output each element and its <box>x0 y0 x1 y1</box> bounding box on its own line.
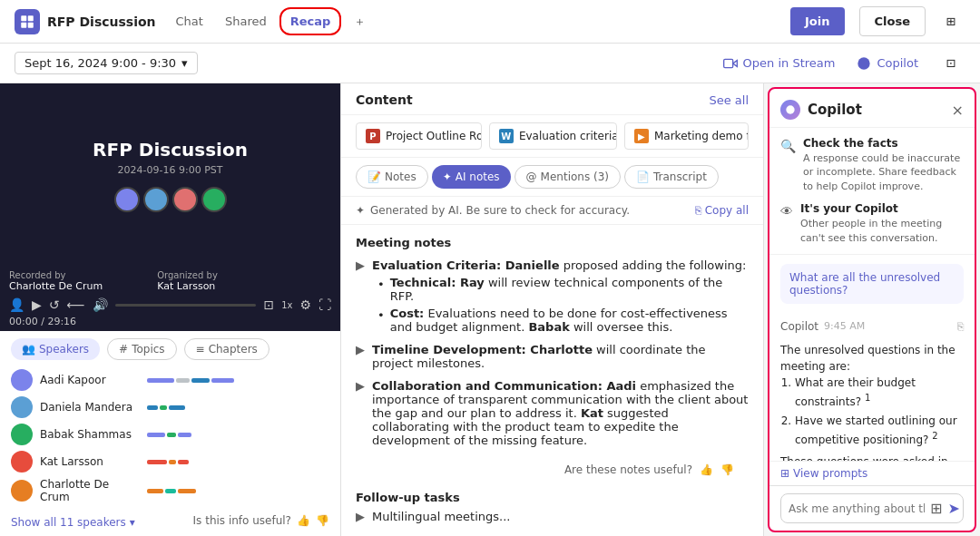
note-text: Collaboration and Communication: Aadi em… <box>372 379 749 447</box>
bullet-icon: • <box>377 308 385 322</box>
speed-icon[interactable]: 1x <box>281 300 292 310</box>
show-all-speakers[interactable]: Show all 11 speakers ▾ <box>11 516 135 529</box>
share-icon[interactable]: ⊡ <box>936 49 965 78</box>
progress-bar[interactable] <box>115 304 257 307</box>
recorded-by-name: Charlotte De Crum <box>9 280 103 292</box>
thumbs-down-icon[interactable]: 👎 <box>720 463 734 476</box>
fullscreen-icon[interactable]: ⛶ <box>318 297 331 312</box>
tab-shared[interactable]: Shared <box>216 9 276 34</box>
notes-useful-label: Are these notes useful? <box>564 463 692 476</box>
ai-notice-text: Generated by AI. Be sure to check for ac… <box>370 204 630 217</box>
avatar <box>11 396 33 418</box>
meeting-title: RFP Discussion <box>47 15 156 29</box>
expand-icon[interactable]: ▶ <box>356 343 365 356</box>
chat-message-text: The unresolved questions in the meeting … <box>780 342 964 461</box>
list-item: Babak Shammas <box>11 424 329 445</box>
play-button[interactable]: ▶ <box>32 297 42 312</box>
speakers-label: Speakers <box>39 343 89 356</box>
more-options-icon[interactable]: ⊞ <box>936 7 965 36</box>
ai-sparkle-icon: ✦ <box>356 204 365 217</box>
file-item[interactable]: W Evaluation criteria... <box>489 122 617 150</box>
subtitles-icon[interactable]: ⊡ <box>263 297 274 312</box>
expand-icon[interactable]: ▶ <box>356 258 365 272</box>
list-item: What are their budget constraints? 1 <box>795 375 964 410</box>
skip-back-icon[interactable]: ⟵ <box>67 297 85 312</box>
note-item-header: ▶ Collaboration and Communication: Aadi … <box>356 379 749 447</box>
notice-title: Check the facts <box>803 137 964 150</box>
list-item: Charlotte De Crum <box>11 478 329 503</box>
chat-input-row: ⊞ ➤ <box>780 493 964 523</box>
copilot-panel: Copilot × 🔍 Check the facts A response c… <box>768 87 976 532</box>
chat-outro: These questions were asked in chat but w… <box>780 453 964 461</box>
expand-icon[interactable]: ▶ <box>356 379 365 393</box>
send-button[interactable]: ➤ <box>947 500 959 517</box>
thumbs-down-icon[interactable]: 👎 <box>316 514 329 527</box>
mute-icon[interactable]: 🔊 <box>93 297 108 312</box>
note-sub-item: • Cost: Evaluations need to be done for … <box>356 307 749 334</box>
see-all-button[interactable]: See all <box>709 93 749 107</box>
join-button[interactable]: Join <box>790 7 844 35</box>
chat-sender-label: Copilot <box>780 320 818 333</box>
rewind-icon[interactable]: ↺ <box>49 297 60 312</box>
speaker-activity-bars <box>147 489 329 493</box>
chevron-down-icon: ▾ <box>130 516 135 529</box>
date-range-label: Sept 16, 2024 9:00 - 9:30 <box>24 56 176 70</box>
tab-mentions[interactable]: @ Mentions (3) <box>514 165 621 189</box>
notice-your-copilot: 👁 It's your Copilot Other people in the … <box>780 202 964 245</box>
tab-ai-notes[interactable]: ✦ AI notes <box>432 165 511 189</box>
avatar <box>172 187 198 212</box>
content-files: P Project Outline Ro... W Evaluation cri… <box>341 115 763 158</box>
organized-by-label: Organized by <box>157 270 218 280</box>
main-content: RFP Discussion 2024-09-16 9:00 PST Recor… <box>0 83 980 536</box>
close-button[interactable]: Close <box>859 6 926 36</box>
date-range-picker[interactable]: Sept 16, 2024 9:00 - 9:30 ▾ <box>15 52 198 74</box>
copilot-button[interactable]: Copilot <box>849 53 926 74</box>
speaker-activity-bars <box>147 433 329 437</box>
add-tab-button[interactable]: ＋ <box>348 11 370 33</box>
video-playback-controls: 👤 ▶ ↺ ⟵ 🔊 ⊡ 1x ⚙ ⛶ <box>9 294 331 316</box>
app-header: RFP Discussion Chat Shared Recap ＋ Join … <box>0 0 980 44</box>
mentions-label: Mentions (3) <box>541 171 609 183</box>
tab-recap[interactable]: Recap <box>279 7 342 35</box>
file-icon-ppt: P <box>366 129 380 143</box>
topics-tab[interactable]: # Topics <box>107 338 177 360</box>
speaker-activity-bars <box>147 405 329 410</box>
notice-title: It's your Copilot <box>800 202 964 215</box>
prompt-bubble[interactable]: What are all the unresolved questions? <box>780 264 964 304</box>
tab-transcript[interactable]: 📄 Transcript <box>624 165 719 189</box>
open-in-stream-label: Open in Stream <box>743 56 836 70</box>
list-icon: ≡ <box>196 343 205 356</box>
content-label: Content <box>356 93 413 107</box>
copy-all-button[interactable]: ⎘ Copy all <box>695 204 749 217</box>
chapters-tab[interactable]: ≡ Chapters <box>184 338 270 360</box>
view-prompts-button[interactable]: ⊞ View prompts <box>769 461 975 485</box>
file-item[interactable]: ▶ Marketing demo f... <box>624 122 749 150</box>
transcript-icon: 📄 <box>636 171 650 183</box>
chat-timestamp: 9:45 AM <box>824 320 865 332</box>
chat-input[interactable] <box>789 502 925 515</box>
note-item-header: ▶ Multilingual meetings... <box>356 510 749 523</box>
thumbs-up-icon[interactable]: 👍 <box>297 514 310 527</box>
transcript-label: Transcript <box>653 171 707 183</box>
settings-icon[interactable]: ⚙ <box>299 297 311 312</box>
speakers-tab[interactable]: 👥 Speakers <box>11 338 100 360</box>
expand-icon[interactable]: ▶ <box>356 510 365 523</box>
open-in-stream-button[interactable]: Open in Stream <box>716 53 843 74</box>
tab-chat[interactable]: Chat <box>167 9 212 34</box>
speakers-icon: 👥 <box>22 343 35 356</box>
svg-rect-0 <box>21 15 26 21</box>
chapters-label: Chapters <box>209 343 258 356</box>
tab-notes[interactable]: 📝 Notes <box>356 165 428 189</box>
speaker-name: Kat Larsson <box>40 455 140 468</box>
app-logo <box>15 9 40 34</box>
attach-icon[interactable]: ⊞ <box>930 500 942 517</box>
notes-panel: Content See all P Project Outline Ro... … <box>340 83 764 536</box>
close-icon[interactable]: × <box>952 102 964 119</box>
ai-notice-bar: ✦ Generated by AI. Be sure to check for … <box>341 197 763 225</box>
thumbs-up-icon[interactable]: 👍 <box>700 463 713 476</box>
avatar-icon: 👤 <box>9 297 24 312</box>
file-item[interactable]: P Project Outline Ro... <box>356 122 482 150</box>
note-item-header: ▶ Timeline Development: Charlotte will c… <box>356 343 749 370</box>
copy-message-icon[interactable]: ⎘ <box>957 320 964 333</box>
notice-check-facts: 🔍 Check the facts A response could be in… <box>780 137 964 193</box>
